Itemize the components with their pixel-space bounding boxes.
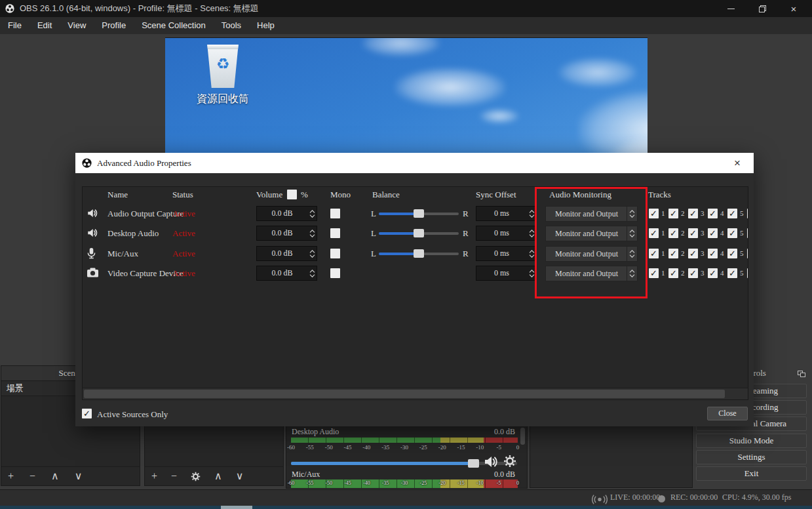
rec-dot-icon bbox=[657, 495, 666, 506]
balance-handle[interactable] bbox=[414, 229, 424, 237]
mono-checkbox[interactable] bbox=[330, 268, 340, 278]
volume-percent-checkbox[interactable] bbox=[287, 190, 297, 199]
balance-left-label: L bbox=[371, 209, 376, 219]
menu-profile[interactable]: Profile bbox=[94, 17, 134, 34]
move-up-icon[interactable]: ∧ bbox=[51, 471, 59, 481]
dialog-close-action-button[interactable]: Close bbox=[707, 407, 748, 420]
track-6-checkbox[interactable]: ✓ bbox=[747, 268, 748, 278]
preview-canvas[interactable]: 資源回收筒 bbox=[165, 37, 648, 153]
sync-offset-input[interactable]: 0 ms bbox=[476, 246, 537, 261]
balance-handle[interactable] bbox=[414, 209, 424, 218]
track-1-checkbox[interactable]: ✓ bbox=[649, 209, 659, 218]
track-6-checkbox[interactable]: ✓ bbox=[747, 249, 748, 258]
menu-help[interactable]: Help bbox=[249, 17, 282, 34]
control-button-studio-mode[interactable]: Studio Mode bbox=[696, 434, 807, 448]
spinner-buttons[interactable] bbox=[307, 247, 317, 260]
mono-checkbox[interactable] bbox=[330, 209, 340, 218]
track-6-checkbox[interactable]: ✓ bbox=[747, 228, 748, 238]
rec-time: REC: 00:00:00 bbox=[670, 493, 718, 502]
track-1-checkbox[interactable]: ✓ bbox=[649, 268, 659, 278]
mixer-scrollbar[interactable] bbox=[520, 428, 525, 445]
menu-file[interactable]: File bbox=[0, 17, 29, 34]
balance-slider[interactable] bbox=[379, 226, 461, 241]
volume-slider-handle[interactable] bbox=[468, 459, 479, 468]
close-button[interactable]: × bbox=[781, 0, 807, 17]
track-number: 5 bbox=[740, 209, 744, 217]
active-sources-only-checkbox[interactable]: ✓ bbox=[82, 409, 92, 418]
spinner-buttons[interactable] bbox=[307, 266, 317, 280]
check-icon: ✓ bbox=[650, 269, 657, 277]
dock-float-icon[interactable] bbox=[798, 369, 805, 380]
remove-icon[interactable]: − bbox=[29, 471, 35, 481]
sync-offset-input[interactable]: 0 ms bbox=[476, 206, 537, 221]
menu-bar: FileEditViewProfileScene CollectionTools… bbox=[0, 17, 812, 34]
track-6-checkbox[interactable]: ✓ bbox=[747, 209, 748, 218]
volume-input[interactable]: 0.0 dB bbox=[256, 206, 317, 221]
add-icon[interactable]: + bbox=[8, 471, 14, 481]
menu-tools[interactable]: Tools bbox=[214, 17, 249, 34]
track-5-checkbox[interactable]: ✓ bbox=[727, 249, 737, 258]
audio-source-row: Desktop AudioActive0.0 dBLR0 msMonitor a… bbox=[83, 226, 748, 241]
track-number: 1 bbox=[661, 249, 665, 257]
track-1-checkbox[interactable]: ✓ bbox=[649, 249, 659, 258]
minimize-icon bbox=[727, 9, 735, 9]
properties-icon[interactable] bbox=[191, 472, 201, 481]
track-1-checkbox[interactable]: ✓ bbox=[649, 228, 659, 238]
volume-input[interactable]: 0.0 dB bbox=[256, 226, 317, 241]
track-5-checkbox[interactable]: ✓ bbox=[727, 228, 737, 238]
control-button-settings[interactable]: Settings bbox=[696, 450, 807, 464]
track-4-checkbox[interactable]: ✓ bbox=[708, 228, 718, 238]
add-icon[interactable]: + bbox=[151, 471, 157, 481]
menu-edit[interactable]: Edit bbox=[29, 17, 60, 34]
volume-input[interactable]: 0.0 dB bbox=[256, 246, 317, 261]
menu-scene-collection[interactable]: Scene Collection bbox=[134, 17, 214, 34]
track-5-checkbox[interactable]: ✓ bbox=[727, 268, 737, 278]
track-3-checkbox[interactable]: ✓ bbox=[688, 209, 698, 218]
dialog-close-button[interactable]: × bbox=[727, 157, 747, 170]
track-3-checkbox[interactable]: ✓ bbox=[688, 268, 698, 278]
recycle-bin-icon: 資源回收筒 bbox=[184, 45, 262, 106]
horizontal-scrollbar[interactable] bbox=[83, 388, 748, 399]
volume-input[interactable]: 0.0 dB bbox=[256, 266, 317, 281]
meter-tick-label: -60 bbox=[287, 444, 295, 451]
obs-logo-icon bbox=[5, 4, 14, 13]
track-3-checkbox[interactable]: ✓ bbox=[688, 228, 698, 238]
track-2-checkbox[interactable]: ✓ bbox=[668, 249, 678, 258]
track-4-checkbox[interactable]: ✓ bbox=[708, 209, 718, 218]
track-4-checkbox[interactable]: ✓ bbox=[708, 268, 718, 278]
track-2-checkbox[interactable]: ✓ bbox=[668, 209, 678, 218]
move-up-icon[interactable]: ∧ bbox=[214, 471, 222, 481]
sync-offset-input[interactable]: 0 ms bbox=[476, 226, 537, 241]
mute-speaker-icon[interactable] bbox=[483, 454, 499, 470]
balance-fill bbox=[379, 253, 419, 255]
balance-handle[interactable] bbox=[414, 249, 424, 258]
balance-slider[interactable] bbox=[379, 246, 461, 262]
source-status: Active bbox=[172, 268, 195, 279]
track-2-checkbox[interactable]: ✓ bbox=[668, 268, 678, 278]
track-4-checkbox[interactable]: ✓ bbox=[708, 249, 718, 258]
move-down-icon[interactable]: ∨ bbox=[236, 471, 244, 481]
move-down-icon[interactable]: ∨ bbox=[75, 471, 83, 481]
spinner-buttons[interactable] bbox=[307, 207, 317, 220]
track-3-checkbox[interactable]: ✓ bbox=[688, 249, 698, 258]
remove-icon[interactable]: − bbox=[171, 471, 177, 481]
mono-checkbox[interactable] bbox=[330, 228, 340, 238]
track-number: 5 bbox=[740, 249, 744, 257]
balance-slider[interactable] bbox=[379, 206, 461, 222]
minimize-button[interactable] bbox=[718, 0, 744, 17]
sync-offset-input[interactable]: 0 ms bbox=[476, 266, 537, 281]
track-number: 2 bbox=[681, 269, 685, 277]
check-icon: ✓ bbox=[689, 229, 697, 237]
track-number: 3 bbox=[701, 209, 705, 217]
channel-settings-gear-icon[interactable] bbox=[503, 455, 516, 468]
scrollbar-thumb[interactable] bbox=[84, 390, 725, 398]
check-icon: ✓ bbox=[729, 209, 736, 218]
track-2-checkbox[interactable]: ✓ bbox=[668, 228, 678, 238]
meter-tick-label: -50 bbox=[325, 480, 332, 486]
control-button-exit[interactable]: Exit bbox=[696, 466, 807, 481]
spinner-buttons[interactable] bbox=[307, 226, 317, 240]
menu-view[interactable]: View bbox=[60, 17, 94, 34]
track-5-checkbox[interactable]: ✓ bbox=[727, 209, 737, 218]
restore-button[interactable] bbox=[749, 0, 775, 17]
mono-checkbox[interactable] bbox=[330, 249, 340, 258]
